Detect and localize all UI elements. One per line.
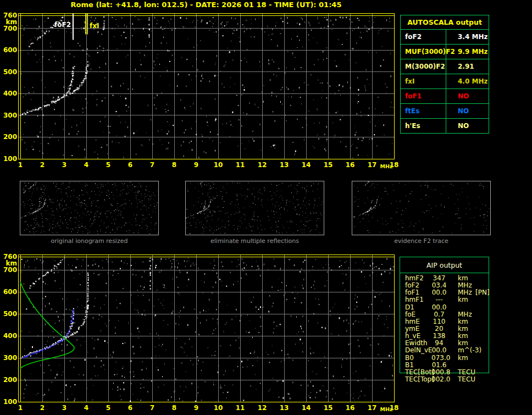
svg-text:100: 100	[3, 398, 17, 406]
svg-text:6: 6	[128, 161, 132, 169]
aip-row-value: 347	[431, 275, 447, 282]
svg-text:300: 300	[3, 112, 17, 119]
aip-row-label: foE	[405, 311, 415, 318]
aip-row-value: 138	[431, 333, 447, 340]
aip-row-unit: MHz	[458, 289, 472, 296]
autoscala-row-label: fxI	[401, 74, 446, 88]
svg-text:13: 13	[280, 161, 289, 169]
aip-row-label: hmE	[405, 318, 420, 325]
aip-row-unit: TECU	[458, 376, 475, 383]
aip-row-note: [PN]	[475, 289, 490, 296]
svg-text:700: 700	[3, 266, 17, 274]
aip-row-tecbot: TEC[Bot]000.8TECU	[400, 369, 489, 376]
autoscala-row-value: 2.91	[446, 59, 474, 74]
aip-row-label: Ewidth	[405, 340, 428, 347]
thumbnail-1	[20, 181, 159, 235]
aip-row-b1: B101.6	[400, 362, 489, 369]
svg-text:3: 3	[62, 404, 66, 412]
svg-text:km: km	[6, 18, 17, 26]
svg-text:9: 9	[194, 404, 198, 412]
svg-text:17: 17	[368, 161, 377, 169]
svg-text:500: 500	[3, 310, 17, 318]
aip-row-unit: MHz	[458, 311, 472, 318]
svg-text:11: 11	[236, 161, 245, 169]
aip-row-value: 000.8	[431, 369, 447, 376]
svg-text:4: 4	[84, 161, 88, 169]
svg-text:4: 4	[84, 404, 88, 412]
svg-text:2: 2	[40, 161, 45, 169]
aip-row-value: ---	[431, 296, 447, 303]
autoscala-output-table: AUTOSCALA output foF23.4 MHzMUF(3000)F29…	[400, 15, 489, 134]
aip-row-unit: km	[458, 333, 468, 340]
aip-row-unit: km	[458, 340, 468, 347]
svg-text:1: 1	[18, 161, 23, 169]
svg-text:400: 400	[3, 90, 17, 97]
autoscala-row-value: NO	[446, 89, 469, 103]
svg-text:14: 14	[302, 161, 311, 169]
autoscala-row-label: MUF(3000)F2	[401, 45, 446, 59]
svg-text:2: 2	[40, 404, 45, 412]
aip-row-label: foF2	[405, 282, 419, 289]
scaled-ionogram-plot: foF2fxI123456789101112131415161718MHz760…	[3, 12, 398, 169]
thumbnail-3	[352, 181, 491, 235]
autoscala-row-value: NO	[446, 119, 469, 134]
autoscala-row-m3000f2: M(3000)F22.91	[401, 59, 489, 74]
aip-row-value: 94	[431, 340, 447, 347]
autoscala-row-label: ftEs	[401, 104, 446, 118]
aip-row-d1: D100.0	[400, 304, 489, 311]
aip-row-value: 20	[431, 325, 447, 333]
svg-text:17: 17	[368, 404, 377, 412]
aip-row-value: 073.0	[431, 355, 447, 362]
aip-row-foe: foE0.7MHz	[400, 311, 489, 318]
svg-text:5: 5	[106, 161, 110, 169]
thumbnail-caption-original: original ionogram resized	[20, 237, 159, 245]
svg-text:16: 16	[346, 404, 355, 412]
autoscala-row-muf3000f2: MUF(3000)F29.9 MHz	[401, 45, 489, 59]
aip-row-label: B0	[405, 355, 414, 362]
autoscala-row-label: h'Es	[401, 119, 446, 134]
aip-row-label: h_vE	[405, 333, 420, 340]
svg-text:9: 9	[194, 161, 198, 169]
aip-row-value: 0.7	[431, 311, 447, 318]
autoscala-row-label: foF2	[401, 30, 446, 44]
aip-row-unit: m^(-3)	[458, 347, 481, 354]
svg-text:15: 15	[324, 161, 333, 169]
svg-text:foF2: foF2	[54, 21, 71, 29]
autoscala-row-fof1: foF1NO	[401, 89, 489, 104]
svg-text:7: 7	[150, 161, 154, 169]
aip-row-unit: km	[458, 275, 468, 282]
aip-row-value: 00.0	[431, 304, 447, 311]
aip-row-value: 00.0	[431, 289, 447, 296]
aip-row-value: 01.6	[431, 362, 447, 369]
aip-row-unit: km	[458, 318, 468, 325]
svg-text:km: km	[6, 259, 17, 267]
svg-text:100: 100	[3, 155, 17, 163]
aip-row-label: ymE	[405, 325, 419, 333]
svg-text:MHz: MHz	[380, 163, 393, 169]
autoscala-row-value: 3.4 MHz	[446, 30, 487, 44]
aip-row-label: D1	[405, 304, 414, 311]
aip-row-label: foF1	[405, 289, 419, 296]
aip-row-value: 00.0	[431, 347, 447, 354]
svg-text:600: 600	[3, 46, 17, 54]
svg-text:6: 6	[128, 404, 132, 412]
svg-text:12: 12	[258, 404, 267, 412]
autoscala-row-label: foF1	[401, 89, 446, 103]
svg-text:15: 15	[324, 404, 333, 412]
svg-text:10: 10	[214, 161, 223, 169]
thumbnail-2	[186, 181, 324, 235]
aip-row-value: 002.0	[431, 376, 447, 383]
thumbnail-caption-evidence: evidence F2 trace	[352, 237, 491, 245]
profile-ionogram-plot: 123456789101112131415161718MHz7607006005…	[3, 253, 398, 412]
svg-text:600: 600	[3, 288, 17, 296]
aip-row-hme: hmE110km	[400, 318, 489, 325]
aip-row-label: B1	[405, 362, 414, 369]
aip-row-unit: TECU	[458, 369, 475, 376]
svg-text:5: 5	[106, 404, 110, 412]
svg-text:500: 500	[3, 68, 17, 76]
aip-row-label: hmF2	[405, 275, 424, 282]
aip-table-rows: hmF2347kmfoF203.4MHzfoF100.0MHz[PN]hmF1-…	[400, 275, 489, 383]
svg-text:10: 10	[214, 404, 223, 412]
aip-row-b0: B0073.0km	[400, 355, 489, 362]
autoscala-row-hes: h'EsNO	[401, 119, 489, 134]
